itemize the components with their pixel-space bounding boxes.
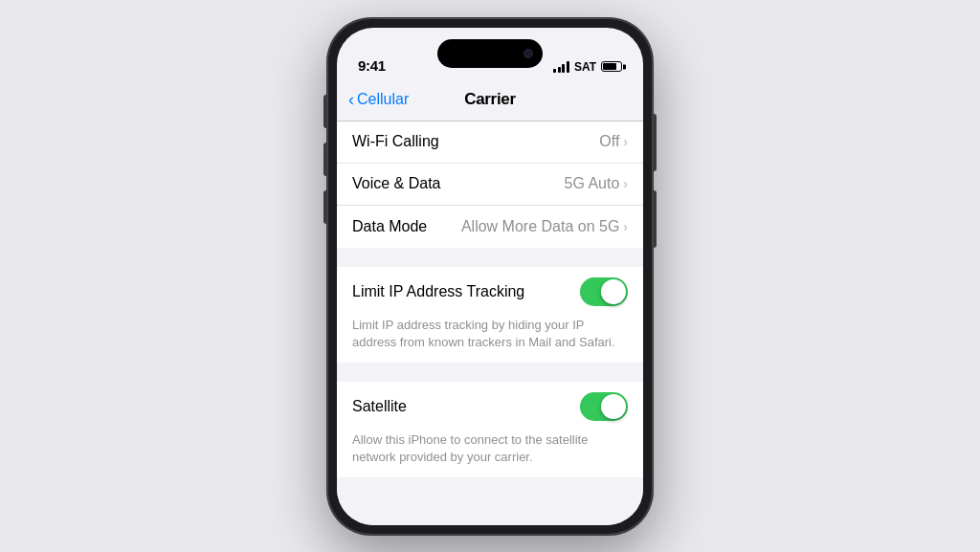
dynamic-island bbox=[437, 39, 543, 68]
satellite-label-text: Satellite bbox=[352, 398, 407, 415]
voice-data-value: 5G Auto › bbox=[565, 175, 629, 192]
phone-screen: 9:41 SAT ‹ Cellular bbox=[337, 28, 643, 525]
battery-body bbox=[601, 61, 622, 72]
status-time: 9:41 bbox=[358, 57, 386, 74]
data-mode-label: Data Mode bbox=[352, 218, 427, 235]
bar1 bbox=[553, 69, 556, 73]
back-button-label: Cellular bbox=[357, 91, 409, 108]
satellite-label: SAT bbox=[574, 60, 596, 74]
data-mode-row[interactable]: Data Mode Allow More Data on 5G › bbox=[337, 206, 643, 248]
wifi-calling-value-text: Off bbox=[599, 133, 619, 150]
camera-dot bbox=[523, 49, 533, 58]
carrier-settings-group: Wi-Fi Calling Off › Voice & Data 5G Auto… bbox=[337, 121, 643, 248]
status-icons: SAT bbox=[553, 60, 622, 74]
satellite-toggle-knob bbox=[601, 394, 626, 419]
signal-bars-icon bbox=[553, 61, 569, 73]
satellite-description: Allow this iPhone to connect to the sate… bbox=[337, 431, 643, 477]
voice-data-row[interactable]: Voice & Data 5G Auto › bbox=[337, 164, 643, 206]
toggle-knob bbox=[601, 279, 626, 304]
wifi-calling-value: Off › bbox=[599, 133, 628, 150]
data-mode-value: Allow More Data on 5G › bbox=[461, 218, 628, 235]
limit-ip-section: Limit IP Address Tracking Limit IP addre… bbox=[337, 267, 643, 363]
limit-ip-description: Limit IP address tracking by hiding your… bbox=[337, 317, 643, 363]
bar4 bbox=[567, 61, 569, 73]
content-area: Wi-Fi Calling Off › Voice & Data 5G Auto… bbox=[337, 121, 643, 525]
bar2 bbox=[558, 67, 561, 73]
chevron-right-icon-2: › bbox=[623, 176, 628, 191]
data-mode-value-text: Allow More Data on 5G bbox=[461, 218, 619, 235]
back-chevron-icon: ‹ bbox=[348, 91, 354, 108]
chevron-right-icon-3: › bbox=[623, 219, 628, 234]
page-title: Carrier bbox=[464, 90, 516, 109]
battery-fill bbox=[603, 63, 616, 70]
voice-data-label: Voice & Data bbox=[352, 175, 441, 192]
wifi-calling-row[interactable]: Wi-Fi Calling Off › bbox=[337, 121, 643, 164]
limit-ip-label: Limit IP Address Tracking bbox=[352, 283, 524, 300]
nav-bar: ‹ Cellular Carrier bbox=[337, 79, 643, 121]
chevron-right-icon: › bbox=[623, 134, 628, 149]
limit-ip-toggle[interactable] bbox=[580, 277, 628, 306]
satellite-section: Satellite Allow this iPhone to connect t… bbox=[337, 382, 643, 477]
satellite-toggle[interactable] bbox=[580, 392, 628, 421]
back-button[interactable]: ‹ Cellular bbox=[348, 91, 409, 108]
bar3 bbox=[562, 64, 565, 73]
battery-icon bbox=[601, 61, 622, 72]
voice-data-value-text: 5G Auto bbox=[565, 175, 620, 192]
limit-ip-row[interactable]: Limit IP Address Tracking bbox=[337, 267, 643, 317]
phone-mockup: 9:41 SAT ‹ Cellular bbox=[327, 18, 653, 535]
satellite-row[interactable]: Satellite bbox=[337, 382, 643, 431]
wifi-calling-label: Wi-Fi Calling bbox=[352, 133, 439, 150]
